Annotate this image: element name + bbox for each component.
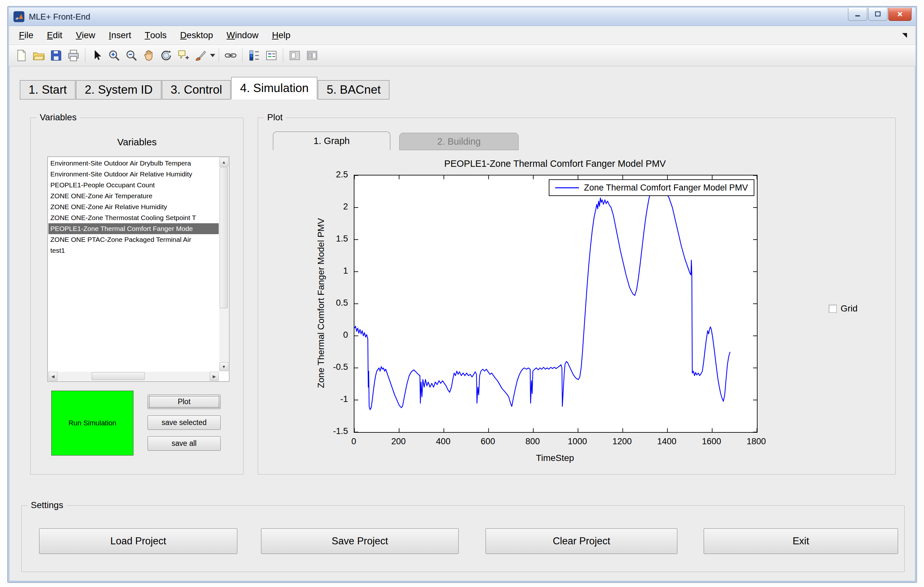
toolbar-separator bbox=[283, 48, 283, 63]
brush-icon[interactable] bbox=[192, 47, 210, 64]
vertical-scrollbar[interactable]: ▲ ▼ bbox=[219, 158, 228, 371]
scroll-left-icon[interactable]: ◀ bbox=[48, 372, 58, 381]
x-tick-label: 1000 bbox=[555, 437, 600, 447]
menu-items: FileEditViewInsertToolsDesktopWindowHelp bbox=[12, 26, 297, 45]
legend-entry: Zone Thermal Comfort Fanger Model PMV bbox=[584, 183, 748, 193]
print-icon[interactable] bbox=[65, 47, 82, 64]
toolbar-separator bbox=[242, 48, 243, 63]
y-tick-label: -1.5 bbox=[316, 426, 348, 436]
menu-help[interactable]: Help bbox=[265, 26, 297, 45]
variable-list-item[interactable]: PEOPLE1-Zone Thermal Comfort Fanger Mode bbox=[48, 223, 219, 234]
y-tick-label: -0.5 bbox=[316, 362, 348, 372]
tab-building[interactable]: 2. Building bbox=[399, 133, 519, 150]
y-tick-label: -1 bbox=[316, 394, 348, 404]
variable-list-item[interactable]: PEOPLE1-People Occupant Count bbox=[48, 180, 219, 191]
variable-list-item[interactable]: ZONE ONE-Zone Air Relative Humidity bbox=[48, 201, 219, 212]
plot-button[interactable]: Plot bbox=[147, 394, 221, 409]
menu-edit[interactable]: Edit bbox=[40, 26, 69, 45]
variable-list-item[interactable]: test1 bbox=[48, 245, 219, 256]
menu-insert[interactable]: Insert bbox=[102, 26, 138, 45]
chart-title: PEOPLE1-Zone Thermal Comfort Fanger Mode… bbox=[354, 158, 756, 169]
insert-legend-icon[interactable] bbox=[263, 47, 280, 64]
link-plots-icon[interactable] bbox=[222, 47, 239, 64]
menu-desktop[interactable]: Desktop bbox=[173, 26, 220, 45]
edit-plot-pointer-icon[interactable] bbox=[88, 47, 106, 64]
run-simulation-button[interactable]: Run Simulation bbox=[51, 391, 134, 455]
variables-heading: Variables bbox=[31, 137, 243, 148]
main-tab-4-simulation[interactable]: 4. Simulation bbox=[231, 77, 317, 99]
variable-list-item[interactable]: ZONE ONE-Zone Air Temperature bbox=[48, 191, 219, 201]
variables-listbox[interactable]: Environment-Site Outdoor Air Drybulb Tem… bbox=[48, 157, 229, 382]
rotate-3d-icon[interactable] bbox=[157, 47, 175, 64]
menu-view[interactable]: View bbox=[69, 26, 102, 45]
menu-overflow-icon[interactable] bbox=[902, 33, 907, 38]
scroll-right-icon[interactable]: ▶ bbox=[210, 372, 219, 381]
settings-groupbox: Settings Load Project Save Project Clear… bbox=[21, 506, 904, 572]
x-tick-label: 400 bbox=[421, 437, 466, 447]
variables-groupbox-legend: Variables bbox=[36, 112, 80, 122]
insert-colorbar-icon[interactable] bbox=[245, 47, 263, 64]
plot-groupbox-legend: Plot bbox=[264, 112, 286, 122]
chart-xlabel: TimeStep bbox=[354, 453, 756, 463]
scroll-down-icon[interactable]: ▼ bbox=[219, 362, 228, 371]
exit-button[interactable]: Exit bbox=[704, 528, 898, 554]
main-tab-1-start[interactable]: 1. Start bbox=[20, 80, 75, 99]
open-folder-icon[interactable] bbox=[30, 47, 48, 64]
toolbar-separator bbox=[85, 48, 85, 63]
save-icon[interactable] bbox=[48, 47, 65, 64]
variables-list-rows: Environment-Site Outdoor Air Drybulb Tem… bbox=[48, 158, 219, 371]
plot-groupbox: Plot 1. Graph 2. Building PEOPLE1-Zone T… bbox=[258, 118, 896, 475]
variable-list-item[interactable]: Environment-Site Outdoor Air Relative Hu… bbox=[48, 169, 219, 180]
chart-plot-svg bbox=[355, 175, 757, 432]
menu-window[interactable]: Window bbox=[220, 26, 265, 45]
minimize-icon[interactable] bbox=[848, 8, 867, 21]
grid-checkbox-label: Grid bbox=[841, 303, 858, 314]
load-project-button[interactable]: Load Project bbox=[39, 528, 238, 554]
data-cursor-icon[interactable] bbox=[175, 47, 192, 64]
x-tick-label: 0 bbox=[331, 437, 376, 447]
desktop: MLE+ Front-End FileEditViewInsertToolsDe… bbox=[0, 0, 924, 587]
grid-checkbox[interactable] bbox=[829, 305, 837, 313]
title-bar[interactable]: MLE+ Front-End bbox=[9, 8, 915, 26]
y-tick-label: 2 bbox=[316, 202, 348, 212]
main-tab-5-bacnet[interactable]: 5. BACnet bbox=[318, 80, 389, 99]
variables-groupbox: Variables Variables Environment-Site Out… bbox=[30, 118, 243, 475]
dock-figure-icon[interactable] bbox=[304, 47, 321, 64]
horizontal-scroll-thumb[interactable] bbox=[92, 372, 145, 380]
clear-project-button[interactable]: Clear Project bbox=[485, 528, 677, 554]
x-tick-label: 800 bbox=[510, 437, 555, 447]
menu-tools[interactable]: Tools bbox=[138, 26, 173, 45]
save-all-button[interactable]: save all bbox=[147, 436, 221, 451]
save-project-button[interactable]: Save Project bbox=[261, 528, 459, 554]
vertical-scroll-thumb[interactable] bbox=[220, 167, 228, 308]
close-icon[interactable] bbox=[888, 8, 911, 21]
variable-list-item[interactable]: ZONE ONE-Zone Thermostat Cooling Setpoin… bbox=[48, 212, 219, 223]
grid-checkbox-group: Grid bbox=[829, 303, 858, 314]
y-tick-label: 1.5 bbox=[316, 234, 348, 244]
scroll-up-icon[interactable]: ▲ bbox=[219, 158, 228, 167]
x-tick-label: 1800 bbox=[734, 437, 779, 447]
main-tab-3-control[interactable]: 3. Control bbox=[162, 80, 231, 99]
pan-hand-icon[interactable] bbox=[140, 47, 157, 64]
window-title: MLE+ Front-End bbox=[29, 12, 90, 22]
main-tab-2-system-id[interactable]: 2. System ID bbox=[76, 80, 161, 99]
menu-file[interactable]: File bbox=[12, 26, 40, 45]
tab-graph[interactable]: 1. Graph bbox=[273, 132, 390, 150]
y-tick-label: 0.5 bbox=[316, 298, 348, 308]
new-document-icon[interactable] bbox=[13, 47, 30, 64]
zoom-in-icon[interactable] bbox=[106, 47, 123, 64]
zoom-out-icon[interactable] bbox=[123, 47, 140, 64]
toolbar-separator bbox=[219, 48, 219, 63]
y-tick-label: 2.5 bbox=[316, 170, 348, 180]
variable-list-item[interactable]: ZONE ONE PTAC-Zone Packaged Terminal Air bbox=[48, 234, 219, 245]
maximize-icon[interactable] bbox=[868, 8, 888, 21]
brush-dropdown-icon[interactable] bbox=[210, 47, 216, 64]
x-tick-label: 1600 bbox=[689, 437, 734, 447]
menu-bar: FileEditViewInsertToolsDesktopWindowHelp bbox=[9, 26, 915, 45]
hide-plot-tools-icon[interactable] bbox=[286, 47, 304, 64]
y-tick-label: 1 bbox=[316, 266, 348, 276]
variable-list-item[interactable]: Environment-Site Outdoor Air Drybulb Tem… bbox=[48, 158, 219, 169]
save-selected-button[interactable]: save selected bbox=[147, 416, 221, 430]
horizontal-scrollbar[interactable]: ◀ ▶ bbox=[48, 372, 219, 381]
legend-line-sample bbox=[555, 187, 579, 188]
